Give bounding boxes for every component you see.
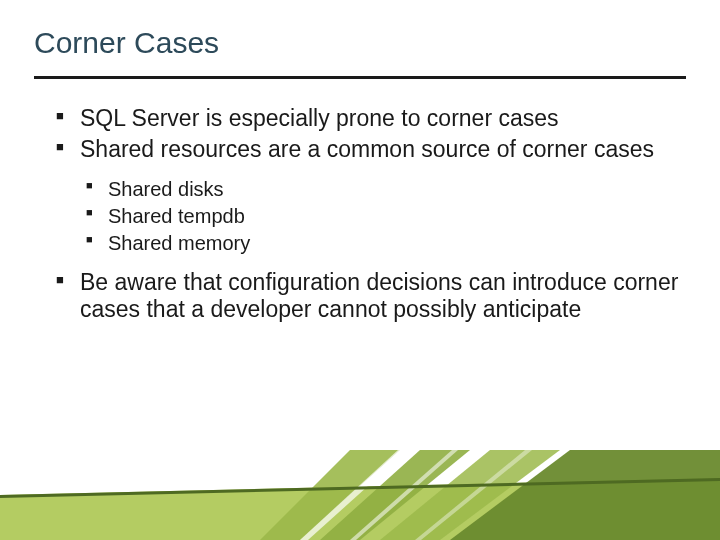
list-item-text: Shared tempdb [108, 205, 245, 227]
decorative-bar [0, 450, 720, 540]
list-item-text: Shared memory [108, 232, 250, 254]
svg-marker-7 [415, 450, 532, 540]
svg-marker-8 [0, 478, 720, 498]
bullet-list: SQL Server is especially prone to corner… [56, 105, 680, 324]
list-item: Shared tempdb [86, 204, 680, 228]
svg-marker-6 [350, 450, 458, 540]
svg-marker-1 [260, 450, 400, 540]
svg-marker-0 [0, 478, 720, 540]
sub-bullet-list: Shared disks Shared tempdb Shared memory [86, 177, 680, 255]
list-item-text: Shared disks [108, 178, 224, 200]
list-item-text: SQL Server is especially prone to corner… [80, 105, 559, 131]
list-item-text: Shared resources are a common source of … [80, 136, 654, 162]
list-item: Shared memory [86, 231, 680, 255]
list-item: Shared resources are a common source of … [56, 136, 680, 255]
slide-title: Corner Cases [34, 26, 686, 60]
title-area: Corner Cases [0, 0, 720, 68]
svg-marker-4 [450, 450, 720, 540]
list-item: Shared disks [86, 177, 680, 201]
list-item-text: Be aware that configuration decisions ca… [80, 269, 678, 322]
list-item: Be aware that configuration decisions ca… [56, 269, 680, 323]
slide: Corner Cases SQL Server is especially pr… [0, 0, 720, 540]
svg-marker-3 [380, 450, 560, 540]
svg-marker-5 [300, 450, 408, 540]
svg-marker-2 [320, 450, 470, 540]
content-area: SQL Server is especially prone to corner… [0, 79, 720, 324]
list-item: SQL Server is especially prone to corner… [56, 105, 680, 132]
